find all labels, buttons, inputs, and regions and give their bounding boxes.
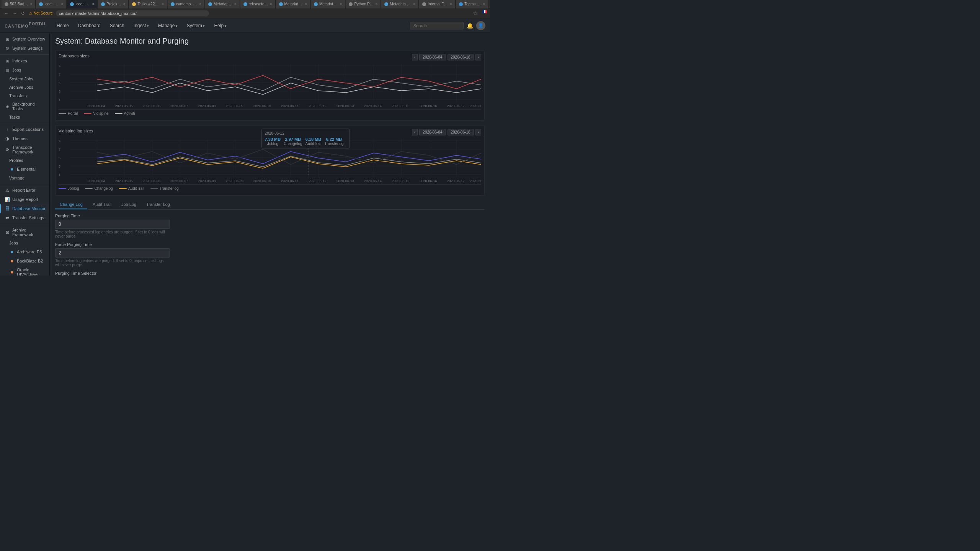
sidebar-item-background-tasks[interactable]: ◈ Background Tasks <box>0 100 49 113</box>
tasks-icon: ◈ <box>5 104 10 109</box>
browser-tabs: 502 Bad Gateway × local: Admin × local: … <box>2 0 488 8</box>
browser-tab-9[interactable]: MetadataManager × <box>311 0 345 8</box>
browser-tab-8[interactable]: MetadataManager × <box>276 0 310 8</box>
chart1-prev-btn[interactable]: ‹ <box>412 54 418 60</box>
browser-tab-12[interactable]: Internal Feature #... × <box>419 0 456 8</box>
address-right: ☆ 🇫🇷 <box>472 10 487 17</box>
sidebar-label-elemental: Elemental <box>17 167 36 171</box>
sidebar-item-archive-framework[interactable]: ⊡ Archive Framework <box>0 226 49 239</box>
svg-text:5: 5 <box>59 156 60 160</box>
browser-tab-6[interactable]: MetadataManager × <box>205 0 240 8</box>
sidebar-item-vantage[interactable]: Vantage <box>0 174 49 182</box>
chart2-svg: 9 7 5 3 1 <box>59 137 481 183</box>
chart1-date-range: ‹ 2020-06-04 2020-06-18 › <box>412 54 481 60</box>
sidebar-item-profiles[interactable]: Profiles <box>0 156 49 165</box>
sidebar-item-transfers[interactable]: Transfers <box>0 91 49 100</box>
legend-joblog[interactable]: Joblog <box>59 186 79 191</box>
legend-activiti[interactable]: Activiti <box>115 111 135 116</box>
sidebar-item-system-overview[interactable]: ⊞ System Overview <box>0 34 49 44</box>
bookmark-icon[interactable]: ☆ <box>472 10 478 17</box>
browser-tab-7[interactable]: releasetest-43: A... × <box>240 0 276 8</box>
svg-text:2020-06-11: 2020-06-11 <box>281 104 299 108</box>
browser-tab-0[interactable]: 502 Bad Gateway × <box>2 0 36 8</box>
sidebar-label-report-error: Report Error <box>12 188 36 192</box>
tab-change-log[interactable]: Change Log <box>55 200 87 209</box>
sidebar-item-elemental[interactable]: ■ Elemental <box>0 165 49 174</box>
legend-vidispine[interactable]: Vidispine <box>84 111 108 116</box>
browser-tab-2[interactable]: local: Admin × <box>67 0 98 8</box>
nav-dashboard[interactable]: Dashboard <box>74 21 105 30</box>
search-input[interactable] <box>410 22 464 29</box>
sidebar-item-oracle[interactable]: ■ Oracle DIVArchive <box>0 266 49 276</box>
svg-text:2020-06-12: 2020-06-12 <box>309 179 326 183</box>
sidebar-item-indexes[interactable]: ⊞ Indexes <box>0 56 49 65</box>
nav-home[interactable]: Home <box>53 21 73 30</box>
notification-bell-icon[interactable]: 🔔 <box>467 23 473 29</box>
flag-fr: 🇫🇷 <box>482 10 487 17</box>
sidebar-item-archive-jobs[interactable]: Archive Jobs <box>0 83 49 91</box>
chart2-prev-btn[interactable]: ‹ <box>412 129 418 135</box>
sidebar-item-archive-jobs[interactable]: Jobs <box>0 239 49 247</box>
sidebar-item-system-settings[interactable]: ⚙ System Settings <box>0 44 49 53</box>
sidebar-item-themes[interactable]: ◑ Themes <box>0 134 49 143</box>
force-purging-time-input[interactable] <box>55 248 170 258</box>
chart1-next-btn[interactable]: › <box>475 54 481 60</box>
sidebar-item-database-monitor[interactable]: 🗄 Database Monitor <box>0 204 49 213</box>
sidebar-item-backblaze[interactable]: ■ BackBlaze B2 <box>0 256 49 266</box>
sidebar-sep-4 <box>0 224 49 224</box>
nav-system[interactable]: System <box>183 21 209 30</box>
sidebar-item-transfer-settings[interactable]: ⇌ Transfer Settings <box>0 213 49 222</box>
chart1-start-date[interactable]: 2020-06-04 <box>419 54 446 60</box>
browser-tab-11[interactable]: Metadata — Portal... × <box>381 0 419 8</box>
nav-help[interactable]: Help <box>210 21 230 30</box>
svg-text:2020-06-11: 2020-06-11 <box>281 179 299 183</box>
svg-text:2020-06-09: 2020-06-09 <box>226 179 243 183</box>
sidebar-label-oracle: Oracle DIVArchive <box>17 267 46 276</box>
nav-ingest[interactable]: Ingest <box>130 21 153 30</box>
nav-search[interactable]: Search <box>106 21 128 30</box>
tab-transfer-log[interactable]: Transfer Log <box>142 200 175 209</box>
legend-vidispine-label: Vidispine <box>93 111 108 116</box>
svg-text:1: 1 <box>59 173 60 177</box>
user-avatar[interactable]: 👤 <box>476 21 485 30</box>
svg-text:2020-06-04: 2020-06-04 <box>87 104 105 108</box>
svg-text:2020-06-17: 2020-06-17 <box>447 179 465 183</box>
sidebar-item-export-locations[interactable]: ↑ Export Locations <box>0 125 49 134</box>
browser-tab-13[interactable]: Teams • Clockify × <box>456 0 488 8</box>
sidebar-item-report-error[interactable]: ⚠ Report Error <box>0 186 49 195</box>
legend-audittrail[interactable]: AuditTrail <box>119 186 144 191</box>
sidebar-item-tasks[interactable]: Tasks <box>0 113 49 121</box>
chart2-next-btn[interactable]: › <box>475 129 481 135</box>
chart2-header: Vidispine log sizes ‹ 2020-06-04 2020-06… <box>59 129 481 135</box>
sidebar-sep-2 <box>0 123 49 123</box>
legend-transferlog[interactable]: Transferlog <box>150 186 179 191</box>
backblaze-icon: ■ <box>9 258 15 264</box>
chart1-end-date[interactable]: 2020-06-18 <box>448 54 474 60</box>
reload-button[interactable]: ↺ <box>20 11 26 16</box>
browser-tab-5[interactable]: cantemo_reseller_... × <box>168 0 205 8</box>
forward-button[interactable]: → <box>11 11 18 16</box>
tab-audit-trail[interactable]: Audit Trail <box>88 200 116 209</box>
nav-manage[interactable]: Manage <box>154 21 181 30</box>
sidebar-item-jobs[interactable]: ▤ Jobs <box>0 65 49 75</box>
purging-time-input[interactable] <box>55 220 170 229</box>
tab-job-log[interactable]: Job Log <box>117 200 141 209</box>
browser-tab-4[interactable]: Tasks #22172: Inve... × <box>129 0 167 8</box>
legend-changelog[interactable]: Changelog <box>85 186 113 191</box>
svg-text:2020-06-17: 2020-06-17 <box>447 104 465 108</box>
legend-transferlog-dot <box>150 188 158 189</box>
sidebar-label-indexes: Indexes <box>12 59 27 63</box>
sidebar-item-system-jobs[interactable]: System Jobs <box>0 75 49 83</box>
browser-tab-1[interactable]: local: Admin × <box>36 0 67 8</box>
svg-text:7: 7 <box>59 148 60 152</box>
legend-portal[interactable]: Portal <box>59 111 78 116</box>
sidebar-item-archiware[interactable]: ■ Archiware P5 <box>0 247 49 256</box>
back-button[interactable]: ← <box>3 11 10 16</box>
chart2-start-date[interactable]: 2020-06-04 <box>419 129 446 135</box>
address-input[interactable] <box>56 10 209 16</box>
chart2-end-date[interactable]: 2020-06-18 <box>448 129 474 135</box>
browser-tab-10[interactable]: Python Performa... × <box>346 0 381 8</box>
browser-tab-3[interactable]: Projektarbete × <box>98 0 129 8</box>
sidebar-item-usage-report[interactable]: 📊 Usage Report <box>0 195 49 204</box>
sidebar-item-transcode-framework[interactable]: ⟳ Transcode Framework <box>0 143 49 156</box>
